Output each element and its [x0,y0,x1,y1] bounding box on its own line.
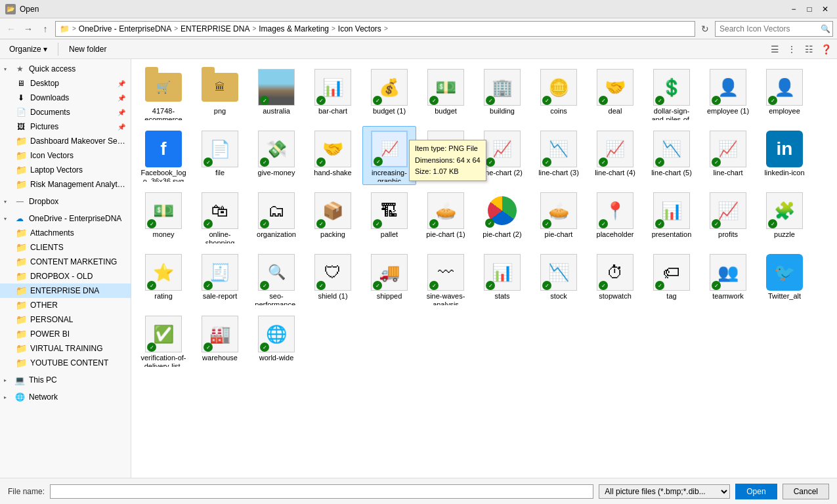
file-item-stock[interactable]: 📉 ✓ stock [532,249,586,308]
sidebar-item-enterprise-dna[interactable]: 📁 ENTERPRISE DNA [0,284,131,298]
file-item-tag[interactable]: 🏷 ✓ tag [645,249,698,308]
file-item-increasing-graphic[interactable]: 📈 ✓ increasing-graphic Item type: PNG Fi… [362,126,416,185]
file-name-dollar-coins: dollar-sign-and-piles-of-coins [648,107,695,120]
sidebar-item-clients[interactable]: 📁 CLIENTS [0,240,131,255]
file-item-profits[interactable]: 📈 ✓ profits [701,188,755,247]
cancel-button[interactable]: Cancel [783,484,829,499]
file-item-deal[interactable]: 🤝 ✓ deal [588,64,642,123]
sidebar-item-dropbox-old[interactable]: 📁 DROPBOX - OLD [0,269,131,284]
organize-button[interactable]: Organize ▾ [4,42,53,56]
new-folder-button[interactable]: New folder [64,42,112,56]
file-item-linkedin[interactable]: in linkedin-icon [758,126,811,185]
file-thumb-linkedin: in [765,129,804,169]
file-thumb-line-chart3: 📉 ✓ [539,129,578,169]
sidebar-item-risk-management[interactable]: 📁 Risk Management Analytics [0,177,131,192]
file-item-australia[interactable]: ✓ australia [249,64,303,123]
search-input[interactable] [719,24,818,33]
file-item-packing[interactable]: 📦 ✓ packing [306,188,360,247]
minimize-button[interactable]: − [787,3,800,16]
sidebar-item-icon-vectors[interactable]: 📁 Icon Vectors [0,148,131,163]
close-button[interactable]: ✕ [819,3,832,16]
sync-badge-budget1: ✓ [373,96,382,105]
file-item-pie-chart[interactable]: 🥧 ✓ pie-chart [532,188,586,247]
file-item-stopwatch[interactable]: ⏱ ✓ stopwatch [588,249,642,308]
file-item-placeholder[interactable]: 📍 ✓ placeholder [588,188,642,247]
file-item-puzzle[interactable]: 🧩 ✓ puzzle [758,188,811,247]
file-item-budget[interactable]: 💵 ✓ budget [419,64,473,123]
view-split-button[interactable]: ☷ [802,42,816,56]
file-item-coins[interactable]: 🪙 ✓ coins [532,64,586,123]
sidebar-item-pictures[interactable]: 🖼 Pictures 📌 [0,119,131,134]
file-item-online-shopping[interactable]: 🛍 ✓ online-shopping [193,188,247,247]
sidebar-item-dashboard[interactable]: 📁 Dashboard Makeover Session [0,134,131,148]
file-item-world-wide[interactable]: 🌐 ✓ world-wide [249,311,303,370]
file-item-line-chart5[interactable]: 📉 ✓ line-chart (5) [645,126,698,185]
file-item-twitter[interactable]: 🐦 Twitter_alt [758,249,811,308]
forward-button[interactable]: → [21,22,35,36]
file-item-line-chart4[interactable]: 📈 ✓ line-chart (4) [588,126,642,185]
sidebar-item-personal[interactable]: 📁 PERSONAL [0,312,131,327]
file-item-presentation[interactable]: 📊 ✓ presentation [645,188,698,247]
sidebar-header-onedrive[interactable]: ▾ ☁ OneDrive - EnterpriseDNA [0,211,131,226]
sidebar-header-network[interactable]: ▸ 🌐 Network [0,390,131,404]
sidebar-item-laptop-vectors[interactable]: 📁 Laptop Vectors [0,163,131,177]
file-item-seo[interactable]: 🔍 ✓ seo-performance-marketing-graphic [249,249,303,308]
sidebar-item-downloads[interactable]: ⬇ Downloads 📌 [0,91,131,105]
file-item-pie-chart2[interactable]: ✓ pie-chart (2) [475,188,529,247]
file-item-shield1[interactable]: 🛡 ✓ shield (1) [306,249,360,308]
file-item-ecommerce[interactable]: 🛒 41748-ecommerce [137,64,190,123]
file-item-shipped[interactable]: 🚚 ✓ shipped [362,249,416,308]
file-item-building[interactable]: 🏢 ✓ building [475,64,529,123]
file-item-bar-chart[interactable]: 📊 ✓ bar-chart [306,64,360,123]
file-item-line-chart3[interactable]: 📉 ✓ line-chart (3) [532,126,586,185]
sidebar-item-documents[interactable]: 📄 Documents 📌 [0,105,131,119]
back-button[interactable]: ← [4,22,18,36]
file-item-line-chart[interactable]: 📈 ✓ line-chart [701,126,755,185]
sidebar-item-other[interactable]: 📁 OTHER [0,298,131,312]
filetype-select[interactable]: All picture files (*.bmp;*.dib... [599,484,730,499]
up-button[interactable]: ↑ [38,22,53,36]
file-item-budget1[interactable]: 💰 ✓ budget (1) [362,64,416,123]
open-button[interactable]: Open [735,484,777,499]
file-item-rating[interactable]: ⭐ ✓ rating [137,249,190,308]
sidebar-item-youtube[interactable]: 📁 YOUTUBE CONTENT [0,356,131,370]
file-item-give-money[interactable]: 💸 ✓ give-money [249,126,303,185]
search-icon[interactable]: 🔍 [821,24,830,33]
file-item-sine-waves[interactable]: 〰 ✓ sine-waves-analysis [419,249,473,308]
file-item-file[interactable]: 📄 ✓ file [193,126,247,185]
file-item-sale-report[interactable]: 🧾 ✓ sale-report [193,249,247,308]
file-name-line-chart3: line-chart (3) [535,169,582,177]
sidebar-item-attachments[interactable]: 📁 Attachments [0,226,131,240]
file-item-png-folder[interactable]: 🏛 png [193,64,247,123]
file-item-facebook[interactable]: f Facebook_logo_36x36.svg [137,126,190,185]
filename-input[interactable] [50,484,593,499]
file-item-pie-chart1[interactable]: 🥧 ✓ pie-chart (1) [419,188,473,247]
file-item-organization[interactable]: 🗂 ✓ organization [249,188,303,247]
file-item-employee1[interactable]: 👤 ✓ employee (1) [701,64,755,123]
expand-icon: ▾ [4,66,11,72]
file-item-hand-shake[interactable]: 🤝 ✓ hand-shake [306,126,360,185]
refresh-button[interactable]: ↻ [698,22,712,36]
view-details-button[interactable]: ☰ [767,42,782,56]
view-large-button[interactable]: ⋮ [784,42,799,56]
help-button[interactable]: ❓ [819,42,833,56]
maximize-button[interactable]: □ [803,3,816,16]
sidebar-header-this-pc[interactable]: ▸ 💻 This PC [0,373,131,387]
file-item-dollar-coins[interactable]: 💲 ✓ dollar-sign-and-piles-of-coins [645,64,698,123]
file-item-teamwork[interactable]: 👥 ✓ teamwork [701,249,755,308]
file-item-verification[interactable]: ✅ ✓ verification-of-delivery-list-clipbo… [137,311,190,370]
file-item-warehouse[interactable]: 🏭 ✓ warehouse [193,311,247,370]
sidebar-item-desktop[interactable]: 🖥 Desktop 📌 [0,76,131,91]
address-path[interactable]: 📁 > OneDrive - EnterpriseDNA > ENTERPRIS… [55,21,695,37]
sidebar-item-power-bi[interactable]: 📁 POWER BI [0,327,131,341]
file-item-money[interactable]: 💵 ✓ money [137,188,190,247]
sidebar-header-dropbox[interactable]: ▾ ⸻ Dropbox [0,194,131,209]
file-thumb-building: 🏢 ✓ [483,68,522,107]
file-item-employee[interactable]: 👤 ✓ employee [758,64,811,123]
file-thumb-line-chart4: 📈 ✓ [595,129,635,169]
sidebar-header-quick-access[interactable]: ▾ ★ Quick access [0,62,131,76]
sidebar-item-content-marketing[interactable]: 📁 CONTENT MARKETING [0,255,131,269]
sidebar-item-virtual-training[interactable]: 📁 VIRTUAL TRAINING [0,341,131,356]
file-item-pallet[interactable]: 🏗 ✓ pallet [362,188,416,247]
file-item-stats[interactable]: 📊 ✓ stats [475,249,529,308]
